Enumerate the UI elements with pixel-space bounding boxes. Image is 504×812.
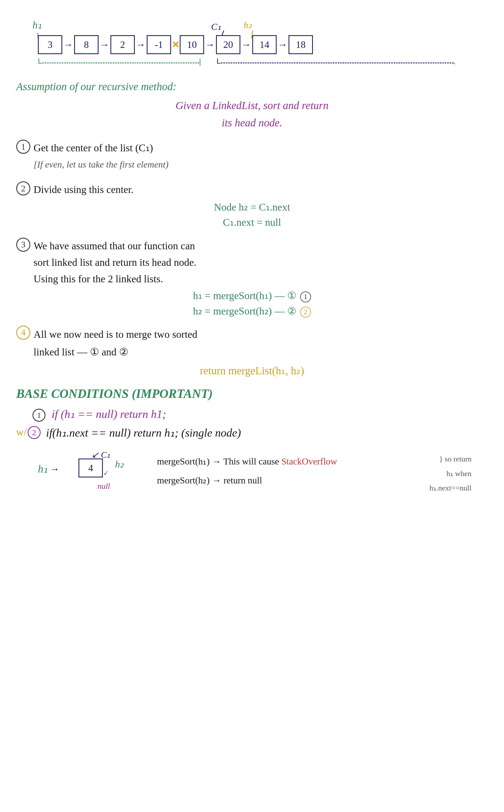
nodes-row: 3 → 8 → 2 → -1 ✕ 10 → 20 → 14 → 18 bbox=[38, 35, 313, 54]
merge-line1: h₁ = mergeSort(h₁) — ① 1 bbox=[16, 290, 488, 302]
arrow-5: → bbox=[204, 35, 216, 54]
assumption-body: Given a LinkedList, sort and return its … bbox=[16, 97, 488, 132]
bd-arrow: → bbox=[50, 463, 60, 475]
c1-label: C₁ bbox=[211, 21, 221, 32]
step1-circle: 1 bbox=[16, 140, 30, 154]
base-conditions-header: BASE CONDITIONS (IMPORTANT) bbox=[16, 387, 488, 401]
return-line: return mergeList(h₁, h₂) bbox=[16, 364, 488, 377]
step1-header: 1 Get the center of the list (C₁) [If ev… bbox=[16, 140, 488, 172]
step3-header: 3 We have assumed that our function can … bbox=[16, 238, 488, 287]
assumption-block: Assumption of our recursive method: Give… bbox=[16, 78, 488, 132]
circle-1: 1 bbox=[300, 292, 311, 302]
linked-list-diagram: h₁ ↳ C₁ h₂ 3 → 8 → 2 → -1 ✕ 10 → 20 → bbox=[16, 16, 488, 70]
cross-x: ✕ bbox=[171, 35, 180, 54]
step4-text: All we now need is to merge two sorted l… bbox=[34, 326, 197, 361]
step3-line2: sort linked list and return its head nod… bbox=[34, 254, 488, 271]
bdr-line2: mergeSort(h₂) → return null bbox=[157, 471, 337, 490]
step2-code2: C₁.next = null bbox=[16, 216, 488, 228]
bc2-w-label: w/ bbox=[16, 426, 27, 438]
step2-header: 2 Divide using this center. bbox=[16, 181, 488, 198]
bdr-annotation: } so return h₁ when h₁.next==null bbox=[430, 452, 472, 495]
step2-block: 2 Divide using this center. Node h₂ = C₁… bbox=[16, 181, 488, 228]
step2-circle: 2 bbox=[16, 181, 30, 195]
node-2: 2 bbox=[110, 35, 135, 54]
bd-h2-label: h₂ bbox=[115, 459, 124, 470]
ann2: h₁ when bbox=[430, 466, 472, 481]
arrow-3: → bbox=[135, 35, 147, 54]
node-10: 10 bbox=[180, 35, 204, 54]
h1-label: h₁ bbox=[32, 19, 42, 31]
bc2-circle: 2 bbox=[28, 426, 41, 439]
arrow-6: → bbox=[240, 35, 252, 54]
step3-line3: Using this for the 2 linked lists. bbox=[34, 271, 488, 287]
assumption-line1: Given a LinkedList, sort and return bbox=[16, 97, 488, 114]
dashed-left: L | bbox=[38, 56, 201, 66]
assumption-line2: its head node. bbox=[16, 114, 488, 132]
merge-lines: h₁ = mergeSort(h₁) — ① 1 h₂ = mergeSort(… bbox=[16, 290, 488, 317]
step3-block: 3 We have assumed that our function can … bbox=[16, 238, 488, 317]
bc1-circle: 1 bbox=[32, 409, 45, 422]
step1-block: 1 Get the center of the list (C₁) [If ev… bbox=[16, 140, 488, 172]
bd-left: h₁ → bbox=[38, 463, 60, 475]
step3-circle: 3 bbox=[16, 238, 30, 252]
merge-line2: h₂ = mergeSort(h₂) — ② 2 bbox=[16, 305, 488, 317]
arrow-2: → bbox=[99, 35, 110, 54]
bd-null-label: null bbox=[97, 482, 110, 491]
bc2-text: if(h₁.next == null) return h₁; (single n… bbox=[46, 426, 241, 439]
step3-line1: We have assumed that our function can bbox=[34, 238, 488, 254]
node-minus1: -1 bbox=[147, 35, 171, 54]
step1-text: Get the center of the list (C₁) [If even… bbox=[34, 140, 488, 172]
base-conditions-title: BASE CONDITIONS (IMPORTANT) bbox=[16, 387, 488, 401]
step1-sub: [If even, let us take the first element) bbox=[34, 157, 488, 172]
step3-text: We have assumed that our function can so… bbox=[34, 238, 488, 287]
h2-label: h₂ bbox=[244, 19, 252, 30]
ann3: h₁.next==null bbox=[430, 481, 472, 495]
node-20: 20 bbox=[216, 35, 240, 54]
step1-main: Get the center of the list (C₁) bbox=[34, 140, 488, 156]
step4-block: 4 All we now need is to merge two sorted… bbox=[16, 326, 488, 377]
node-14: 14 bbox=[252, 35, 277, 54]
circle-2: 2 bbox=[300, 307, 311, 317]
bc2-block: w/ 2 if(h₁.next == null) return h₁; (sin… bbox=[16, 426, 488, 439]
step2-text: Divide using this center. bbox=[34, 181, 488, 198]
bottom-diagram: h₁ → ↙ C₁ 4 ↓ null h₂ mergeSort(h₁) → Th… bbox=[16, 444, 488, 506]
bdr-overflow: StackOverflow bbox=[281, 456, 337, 466]
arrow-7: → bbox=[277, 35, 289, 54]
node-3: 3 bbox=[38, 35, 62, 54]
bc1-block: 1 if (h₁ == null) return h1; bbox=[32, 407, 488, 422]
ann1: } so return bbox=[430, 452, 472, 466]
bd-h1: h₁ bbox=[38, 463, 48, 475]
assumption-title: Assumption of our recursive method: bbox=[16, 78, 488, 95]
bdr-line1: mergeSort(h₁) → This will cause StackOve… bbox=[157, 452, 337, 471]
node-8: 8 bbox=[74, 35, 99, 54]
step2-code1: Node h₂ = C₁.next bbox=[16, 201, 488, 213]
bd-right-text: mergeSort(h₁) → This will cause StackOve… bbox=[157, 452, 337, 489]
step4-header: 4 All we now need is to merge two sorted… bbox=[16, 326, 488, 361]
step4-line2: linked list — ① and ② bbox=[34, 343, 197, 361]
dashed-right: L . bbox=[217, 56, 456, 66]
step4-circle: 4 bbox=[16, 326, 30, 340]
bd-down-arrow: ↓ bbox=[102, 468, 111, 478]
arrow-1: → bbox=[62, 35, 74, 54]
bd-box: 4 bbox=[78, 459, 103, 477]
page: h₁ ↳ C₁ h₂ 3 → 8 → 2 → -1 ✕ 10 → 20 → bbox=[0, 0, 504, 812]
node-18: 18 bbox=[289, 35, 313, 54]
step4-line1: All we now need is to merge two sorted bbox=[34, 326, 197, 343]
